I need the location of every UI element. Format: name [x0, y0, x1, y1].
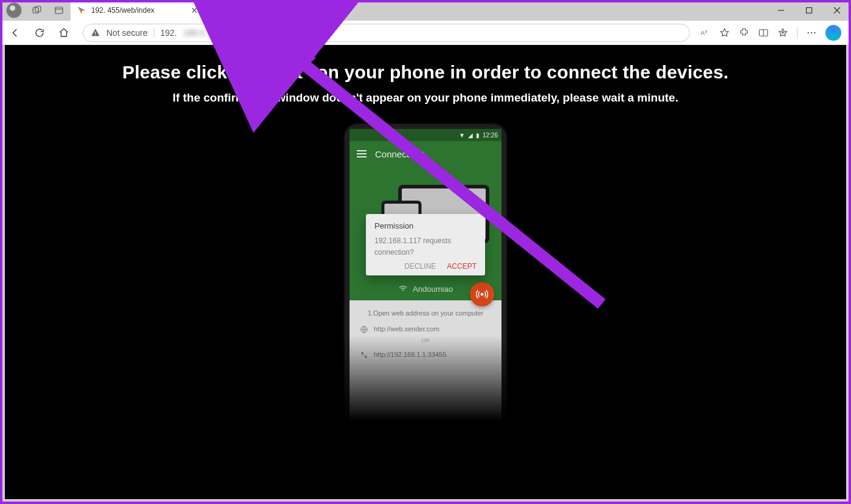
close-window-button[interactable]: [823, 0, 851, 21]
phone-app-bar: Connect PC: [350, 141, 501, 167]
svg-rect-0: [33, 8, 38, 13]
signal-down-icon: ▼: [459, 132, 465, 139]
workspaces-icon[interactable]: [30, 4, 44, 17]
svg-rect-5: [807, 8, 812, 13]
address-bar[interactable]: Not secure 192. 168.0.130:334 55/web/ind…: [83, 24, 690, 42]
page-viewport: Please click "Accept" on your phone in o…: [5, 45, 846, 499]
dialog-body: 192.168.1.117 requests connection?: [374, 235, 477, 258]
dialog-title: Permission: [374, 221, 477, 230]
decline-button[interactable]: DECLINE: [404, 262, 436, 271]
tab-title: 192. 455/web/index: [91, 6, 154, 15]
phone-illustration: ▼ ◢ ▮ 12:26 Connect PC Ando: [343, 123, 508, 427]
maximize-button[interactable]: [795, 0, 823, 21]
svg-rect-21: [365, 356, 367, 357]
tab-close-button[interactable]: ✕: [191, 5, 198, 15]
sheet-or: OR: [359, 336, 492, 345]
sheet-url-1: http://web.xender.com: [374, 323, 439, 336]
permission-dialog: Permission 192.168.1.117 requests connec…: [366, 214, 485, 275]
sheet-url-2: http://192.168.1.1:33455: [374, 349, 446, 361]
browser-tab[interactable]: 192. 455/web/index ✕: [71, 0, 204, 21]
cell-signal-icon: ◢: [468, 132, 473, 139]
svg-rect-2: [55, 7, 63, 14]
battery-icon: ▮: [476, 132, 480, 139]
headline-text: Please click "Accept" on your phone in o…: [5, 62, 846, 83]
phone-clock: 12:26: [483, 132, 498, 139]
sheet-step-text: 1.Open web address on your computer: [359, 308, 492, 320]
new-tab-button[interactable]: +: [204, 4, 222, 17]
svg-point-18: [481, 293, 483, 295]
browser-toolbar: Not secure 192. 168.0.130:334 55/web/ind…: [0, 21, 851, 45]
svg-rect-20: [361, 352, 363, 354]
hotspot-fab-icon: [470, 282, 494, 306]
tab-actions-icon[interactable]: [52, 4, 66, 17]
globe-icon: [359, 325, 369, 334]
phone-appbar-title: Connect PC: [375, 149, 424, 159]
window-controls: [767, 0, 851, 21]
home-button[interactable]: [55, 24, 73, 42]
phone-bottom-sheet: 1.Open web address on your computer http…: [350, 300, 501, 421]
wifi-icon: [398, 284, 408, 294]
wifi-name: Andoumiao: [413, 285, 453, 294]
back-button[interactable]: [6, 24, 24, 42]
refresh-button[interactable]: [30, 24, 49, 42]
subhead-text: If the confirmation window doesn't appea…: [5, 91, 846, 105]
phone-status-bar: ▼ ◢ ▮ 12:26: [350, 129, 501, 141]
xender-favicon-icon: [77, 5, 86, 15]
profile-avatar[interactable]: [6, 2, 22, 18]
lan-icon: [359, 350, 369, 360]
accept-button[interactable]: ACCEPT: [447, 262, 477, 271]
minimize-button[interactable]: [767, 0, 795, 21]
titlebar: 192. 455/web/index ✕ +: [0, 0, 851, 21]
hamburger-icon: [357, 150, 367, 157]
svg-rect-1: [35, 6, 41, 12]
